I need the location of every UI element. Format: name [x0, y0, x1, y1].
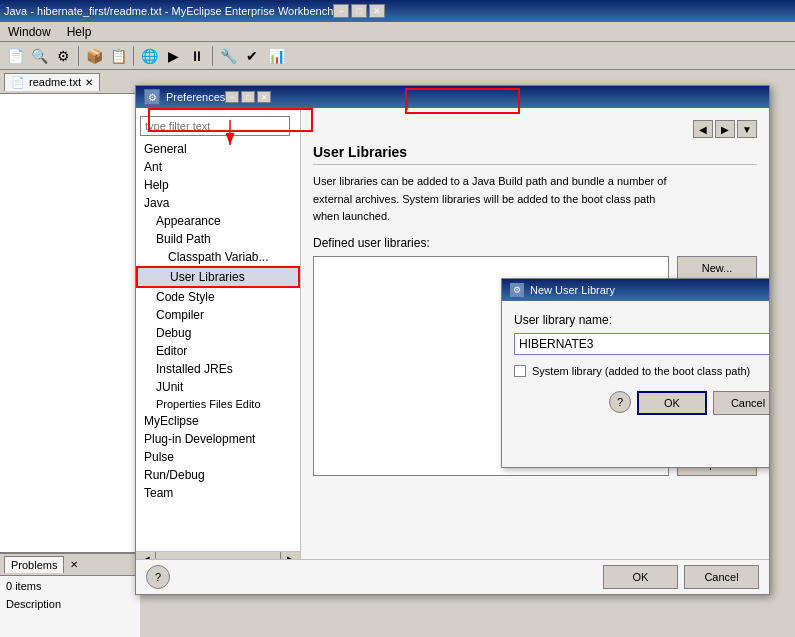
section-description: User libraries can be added to a Java Bu… — [313, 173, 757, 226]
tab-close-button[interactable]: ✕ — [85, 77, 93, 88]
description-label: Description — [0, 596, 140, 612]
filter-input[interactable] — [140, 116, 290, 136]
toolbar-btn-7[interactable]: ▶ — [162, 45, 184, 67]
main-area: 📄 readme.txt ✕ Problems ✕ 0 items Descri… — [0, 70, 795, 637]
problems-tab-close[interactable]: ✕ — [70, 559, 78, 570]
new-lib-buttons: ? OK Cancel — [514, 391, 769, 415]
problems-panel: Problems ✕ 0 items Description — [0, 552, 140, 637]
tree-item-junit[interactable]: JUnit — [136, 378, 300, 396]
tree-item-debug[interactable]: Debug — [136, 324, 300, 342]
left-panel: 📄 readme.txt ✕ Problems ✕ 0 items Descri… — [0, 70, 140, 637]
menu-help[interactable]: Help — [59, 23, 100, 41]
tree-item-plugin[interactable]: Plug-in Development — [136, 430, 300, 448]
preferences-dialog: ⚙ Preferences − □ ✕ General Ant — [135, 85, 770, 595]
problems-tab-bar: Problems ✕ — [0, 554, 140, 576]
toolbar-btn-6[interactable]: 🌐 — [138, 45, 160, 67]
tree-item-installedjres[interactable]: Installed JREs — [136, 360, 300, 378]
new-lib-title-text: New User Library — [530, 284, 615, 296]
tree-item-java[interactable]: Java — [136, 194, 300, 212]
toolbar-btn-8[interactable]: ⏸ — [186, 45, 208, 67]
tree-scroll-track — [156, 552, 280, 559]
editor-content — [0, 94, 140, 552]
main-wrapper: Java - hibernate_first/readme.txt - MyEc… — [0, 0, 795, 637]
right-content-panel: ◀ ▶ ▼ User Libraries User libraries can … — [301, 108, 769, 559]
tree-item-pulse[interactable]: Pulse — [136, 448, 300, 466]
tree-item-myeclipse[interactable]: MyEclipse — [136, 412, 300, 430]
tree-item-buildpath[interactable]: Build Path — [136, 230, 300, 248]
tree-item-general[interactable]: General — [136, 140, 300, 158]
prefs-bottom-bar: ? OK Cancel — [136, 559, 769, 594]
lib-name-label: User library name: — [514, 313, 769, 327]
toolbar: 📄 🔍 ⚙ 📦 📋 🌐 ▶ ⏸ 🔧 ✔ 📊 — [0, 42, 795, 70]
new-lib-body: User library name: System library (added… — [502, 301, 769, 427]
tree-scroll: General Ant Help Java Appearance Build P… — [136, 140, 300, 551]
maximize-button[interactable]: □ — [351, 4, 367, 18]
toolbar-btn-11[interactable]: 📊 — [265, 45, 287, 67]
toolbar-btn-5[interactable]: 📋 — [107, 45, 129, 67]
new-lib-title-bar: ⚙ New User Library ✕ — [502, 279, 769, 301]
toolbar-sep-1 — [78, 46, 79, 66]
prefs-title-bar: ⚙ Preferences − □ ✕ — [136, 86, 769, 108]
nav-back-button[interactable]: ◀ — [693, 120, 713, 138]
new-lib-ok-button[interactable]: OK — [637, 391, 707, 415]
sys-lib-label: System library (added to the boot class … — [532, 365, 750, 377]
editor-tab-bar: 📄 readme.txt ✕ — [0, 70, 140, 94]
toolbar-sep-3 — [212, 46, 213, 66]
prefs-cancel-button[interactable]: Cancel — [684, 565, 759, 589]
close-button[interactable]: ✕ — [369, 4, 385, 18]
new-lib-cancel-button[interactable]: Cancel — [713, 391, 769, 415]
toolbar-btn-4[interactable]: 📦 — [83, 45, 105, 67]
section-title: User Libraries — [313, 144, 757, 165]
title-bar: Java - hibernate_first/readme.txt - MyEc… — [0, 0, 795, 22]
prefs-dialog-icon: ⚙ — [144, 89, 160, 105]
prefs-body: General Ant Help Java Appearance Build P… — [136, 108, 769, 559]
tree-scroll-left[interactable]: ◀ — [136, 552, 156, 559]
tree-item-ant[interactable]: Ant — [136, 158, 300, 176]
new-lib-icon: ⚙ — [510, 283, 524, 297]
nav-drop-button[interactable]: ▼ — [737, 120, 757, 138]
nav-fwd-button[interactable]: ▶ — [715, 120, 735, 138]
prefs-close-button[interactable]: ✕ — [257, 91, 271, 103]
prefs-ok-button[interactable]: OK — [603, 565, 678, 589]
tree-item-rundebug[interactable]: Run/Debug — [136, 466, 300, 484]
prefs-min-button[interactable]: − — [225, 91, 239, 103]
defined-label: Defined user libraries: — [313, 236, 757, 250]
toolbar-btn-2[interactable]: 🔍 — [28, 45, 50, 67]
tree-item-codestyle[interactable]: Code Style — [136, 288, 300, 306]
title-bar-text: Java - hibernate_first/readme.txt - MyEc… — [4, 5, 333, 17]
filter-box — [140, 116, 296, 136]
tree-item-propfiles[interactable]: Properties Files Edito — [136, 396, 300, 412]
tree-item-appearance[interactable]: Appearance — [136, 212, 300, 230]
tree-item-compiler[interactable]: Compiler — [136, 306, 300, 324]
prefs-max-button[interactable]: □ — [241, 91, 255, 103]
sys-lib-checkbox[interactable] — [514, 365, 526, 377]
new-user-library-dialog: ⚙ New User Library ✕ User library name: … — [501, 278, 769, 468]
menu-window[interactable]: Window — [0, 23, 59, 41]
editor-tab[interactable]: 📄 readme.txt ✕ — [4, 73, 100, 91]
prefs-title-buttons: − □ ✕ — [225, 91, 271, 103]
lib-name-input[interactable] — [514, 333, 769, 355]
tab-label: readme.txt — [29, 76, 81, 88]
toolbar-btn-10[interactable]: ✔ — [241, 45, 263, 67]
tree-item-classpath[interactable]: Classpath Variab... — [136, 248, 300, 266]
tree-item-team[interactable]: Team — [136, 484, 300, 502]
minimize-button[interactable]: − — [333, 4, 349, 18]
new-lib-help-button[interactable]: ? — [609, 391, 631, 413]
toolbar-sep-2 — [133, 46, 134, 66]
file-icon: 📄 — [11, 76, 25, 89]
toolbar-btn-1[interactable]: 📄 — [4, 45, 26, 67]
menu-bar: Window Help — [0, 22, 795, 42]
toolbar-btn-9[interactable]: 🔧 — [217, 45, 239, 67]
items-count: 0 items — [6, 580, 41, 592]
tree-scroll-bar: ◀ ▶ — [136, 551, 300, 559]
tree-item-help[interactable]: Help — [136, 176, 300, 194]
problems-content: 0 items — [0, 576, 140, 596]
tree-item-editor[interactable]: Editor — [136, 342, 300, 360]
problems-tab[interactable]: Problems — [4, 556, 64, 573]
prefs-help-button[interactable]: ? — [146, 565, 170, 589]
new-button[interactable]: New... — [677, 256, 757, 280]
tree-item-userlibs[interactable]: User Libraries — [136, 266, 300, 288]
title-bar-buttons: − □ ✕ — [333, 4, 385, 18]
toolbar-btn-3[interactable]: ⚙ — [52, 45, 74, 67]
tree-scroll-right[interactable]: ▶ — [280, 552, 300, 559]
